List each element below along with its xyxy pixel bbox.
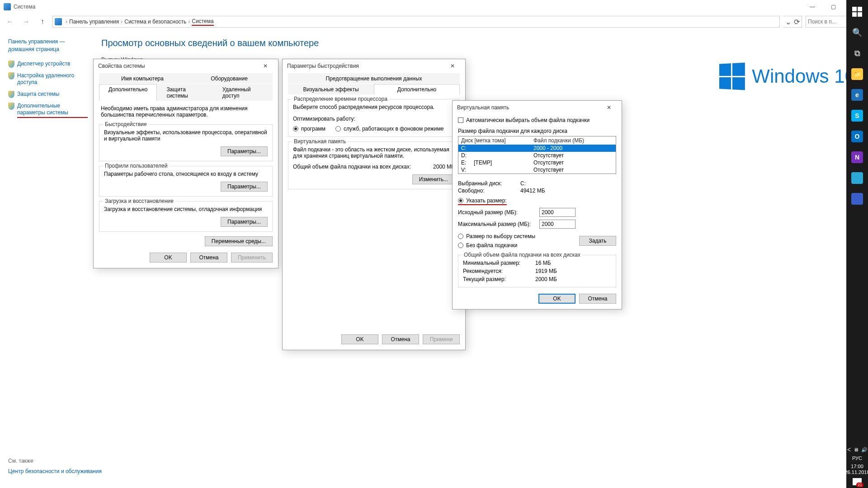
set-button[interactable]: Задать bbox=[579, 236, 616, 246]
forward-button[interactable]: → bbox=[20, 15, 33, 28]
window-title: Система bbox=[14, 4, 35, 10]
apply-button[interactable]: Примени bbox=[423, 334, 460, 344]
shield-icon bbox=[8, 61, 14, 68]
tab-dep[interactable]: Предотвращение выполнения данных bbox=[288, 73, 460, 84]
radio-services[interactable]: служб, работающих в фоновом режиме bbox=[335, 126, 443, 132]
tray-clock[interactable]: 17:00 26.11.2018 bbox=[844, 464, 868, 475]
performance-settings-button[interactable]: Параметры... bbox=[221, 146, 268, 156]
tray-network-icon[interactable]: 🖥 bbox=[854, 447, 859, 452]
drive-row[interactable]: C: 2000 - 2000 bbox=[458, 145, 616, 152]
dialog-title: Параметры быстродействия bbox=[287, 63, 359, 69]
cancel-button[interactable]: Отмена bbox=[579, 294, 616, 304]
cancel-button[interactable]: Отмена bbox=[382, 334, 419, 344]
startup-settings-button[interactable]: Параметры... bbox=[221, 217, 268, 227]
drive-row[interactable]: D: Отсутствует bbox=[458, 152, 616, 159]
tray-language[interactable]: РУС bbox=[852, 455, 862, 461]
ok-button[interactable]: OK bbox=[341, 334, 378, 344]
tab-hardware[interactable]: Оборудование bbox=[186, 73, 273, 84]
dialog-title: Виртуальная память bbox=[457, 104, 509, 111]
sidebar-item-advanced[interactable]: Дополнительные параметры системы bbox=[8, 103, 88, 118]
group-total: Общий объем файла подкачки на всех диска… bbox=[458, 255, 616, 287]
chevron-right-icon: › bbox=[121, 19, 123, 25]
close-icon[interactable]: ✕ bbox=[257, 60, 274, 72]
taskbar-app[interactable]: S bbox=[848, 107, 866, 125]
group-virtual-memory: Виртуальная память Файл подкачки - это о… bbox=[288, 141, 460, 189]
back-button[interactable]: ← bbox=[4, 15, 16, 28]
group-startup: Загрузка и восстановление Загрузка и вос… bbox=[99, 201, 273, 232]
breadcrumb-item[interactable]: Система bbox=[192, 18, 213, 26]
breadcrumb-item[interactable]: Панель управления bbox=[69, 19, 119, 25]
tab-protection[interactable]: Защита системы bbox=[157, 84, 212, 101]
tab-computer-name[interactable]: Имя компьютера bbox=[99, 73, 186, 84]
see-also-link[interactable]: Центр безопасности и обслуживания bbox=[8, 468, 102, 475]
apply-button[interactable]: Применить bbox=[231, 253, 273, 263]
ok-button[interactable]: OK bbox=[150, 253, 187, 263]
sidebar-item-remote[interactable]: Настройка удаленного доступа bbox=[8, 72, 88, 86]
chevron-right-icon: › bbox=[188, 19, 190, 25]
dialog-performance-options: Параметры быстродействия ✕ Предотвращени… bbox=[282, 59, 466, 350]
breadcrumb[interactable]: › Панель управления › Система и безопасн… bbox=[52, 16, 780, 28]
chevron-right-icon: › bbox=[66, 19, 67, 25]
windows-logo: Windows 10 bbox=[718, 63, 855, 89]
tab-visual[interactable]: Визуальные эффекты bbox=[288, 84, 374, 94]
tabstrip: Дополнительно Защита системы Удаленный д… bbox=[99, 84, 273, 101]
system-icon bbox=[4, 3, 11, 10]
radio-programs[interactable]: программ bbox=[293, 126, 326, 132]
group-cpu: Распределение времени процессора Выберит… bbox=[288, 99, 460, 137]
taskbar-app[interactable]: 📁 bbox=[848, 65, 866, 83]
shield-icon bbox=[8, 72, 14, 80]
taskbar-app[interactable] bbox=[848, 190, 866, 208]
close-icon[interactable]: ✕ bbox=[601, 101, 617, 114]
tab-advanced[interactable]: Дополнительно bbox=[99, 84, 157, 101]
group-performance: Быстродействие Визуальные эффекты, испол… bbox=[99, 124, 273, 161]
initial-size-input[interactable] bbox=[539, 208, 576, 217]
max-size-input[interactable] bbox=[539, 220, 576, 229]
profiles-settings-button[interactable]: Параметры... bbox=[221, 182, 268, 192]
drive-row[interactable]: E: [TEMP]Отсутствует bbox=[458, 159, 616, 166]
tab-advanced[interactable]: Дополнительно bbox=[374, 84, 460, 94]
tray-volume-icon[interactable]: 🔊 bbox=[861, 447, 868, 453]
up-button[interactable]: ↑ bbox=[36, 15, 49, 28]
breadcrumb-item[interactable]: Система и безопасность bbox=[124, 19, 186, 25]
cancel-button[interactable]: Отмена bbox=[190, 253, 227, 263]
drive-list[interactable]: Диск [метка тома]Файл подкачки (МБ) C: 2… bbox=[458, 136, 616, 174]
dialog-virtual-memory: Виртуальная память ✕ Автоматически выбир… bbox=[452, 100, 622, 310]
search-icon[interactable]: 🔍 bbox=[848, 23, 866, 42]
search-placeholder: Поиск в п... bbox=[808, 19, 836, 25]
radio-no-paging[interactable]: Без файла подкачки bbox=[458, 242, 579, 249]
dialog-title: Свойства системы bbox=[98, 63, 145, 69]
drive-row[interactable]: V: Отсутствует bbox=[458, 166, 616, 174]
ok-button[interactable]: OK bbox=[538, 294, 576, 304]
taskbar-app[interactable] bbox=[848, 169, 866, 187]
taskbar-app[interactable]: N bbox=[848, 148, 866, 166]
minimize-button[interactable]: — bbox=[802, 0, 823, 14]
page-title: Просмотр основных сведений о вашем компь… bbox=[101, 38, 857, 48]
breadcrumb-actions: ⌄ ⟳ bbox=[783, 16, 802, 28]
refresh-icon[interactable]: ⟳ bbox=[794, 18, 800, 26]
sidebar-home-link[interactable]: Панель управления — домашняя страница bbox=[8, 38, 88, 53]
sidebar-item-protection[interactable]: Защита системы bbox=[8, 91, 88, 98]
shield-icon bbox=[8, 91, 14, 98]
dialog-system-properties: Свойства системы ✕ Имя компьютера Оборуд… bbox=[93, 59, 278, 268]
radio-custom-size[interactable]: Указать размер: bbox=[458, 197, 507, 205]
auto-manage-checkbox[interactable]: Автоматически выбирать объем файла подка… bbox=[458, 117, 590, 123]
tabstrip: Имя компьютера Оборудование bbox=[99, 73, 273, 84]
change-button[interactable]: Изменить... bbox=[412, 174, 455, 184]
env-vars-button[interactable]: Переменные среды... bbox=[205, 236, 273, 246]
tray-notifications-icon[interactable]: 21 bbox=[853, 478, 862, 485]
tray-chevron-icon[interactable]: ᐸ bbox=[847, 447, 851, 453]
maximize-button[interactable]: ▢ bbox=[823, 0, 844, 14]
taskbar-app[interactable]: O bbox=[848, 127, 866, 145]
start-button[interactable] bbox=[848, 3, 866, 21]
taskbar-app[interactable]: e bbox=[848, 86, 866, 104]
dropdown-icon[interactable]: ⌄ bbox=[785, 18, 791, 26]
close-icon[interactable]: ✕ bbox=[444, 60, 461, 72]
group-profiles: Профили пользователей Параметры рабочего… bbox=[99, 166, 273, 197]
shield-icon bbox=[8, 103, 14, 110]
windows-tiles-icon bbox=[719, 62, 745, 90]
radio-system-managed[interactable]: Размер по выбору системы bbox=[458, 233, 579, 239]
tab-remote[interactable]: Удаленный доступ bbox=[213, 84, 273, 101]
task-view-icon[interactable]: ⧉ bbox=[848, 44, 866, 62]
sidebar-item-device-manager[interactable]: Диспетчер устройств bbox=[8, 61, 88, 68]
admin-note: Необходимо иметь права администратора дл… bbox=[99, 101, 273, 120]
